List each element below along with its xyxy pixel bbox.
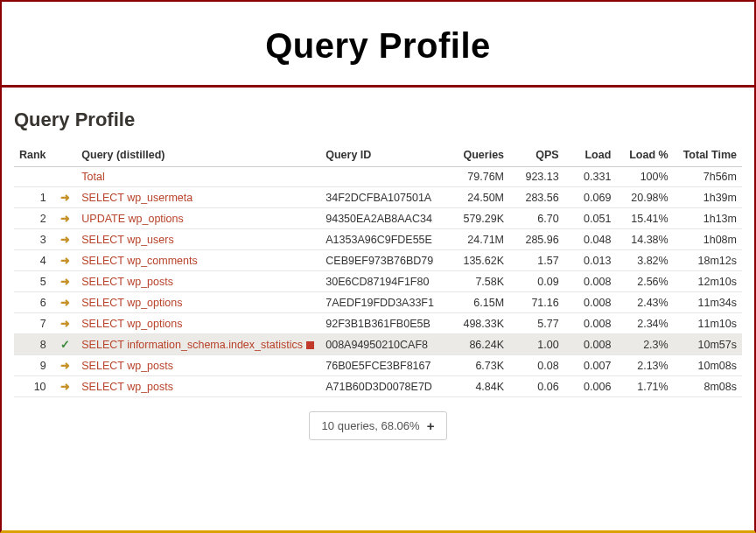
cell-query-id: 92F3B1B361FB0E5B [320, 313, 452, 334]
cell-queries: 579.29K [452, 208, 509, 229]
cell-queries: 6.15M [452, 292, 509, 313]
col-icon [55, 144, 77, 167]
cell-icon: ✓ [55, 334, 77, 355]
expand-arrow-icon[interactable]: ➜ [60, 233, 70, 246]
total-time: 7h56m [674, 167, 742, 187]
table-row[interactable]: 8✓SELECT information_schema.index_statis… [14, 334, 742, 355]
query-link[interactable]: SELECT wp_users [81, 234, 173, 246]
cell-total-time: 12m10s [674, 271, 742, 292]
cell-queries: 86.24K [452, 334, 509, 355]
cell-query-id: CEB9EF973B76BD79 [320, 250, 452, 271]
query-link[interactable]: SELECT wp_options [81, 318, 182, 330]
col-load-pct[interactable]: Load % [616, 144, 673, 167]
col-queries[interactable]: Queries [452, 144, 509, 167]
cell-rank: 5 [14, 271, 55, 292]
cell-rank: 2 [14, 208, 55, 229]
cell-total-time: 10m57s [674, 334, 742, 355]
cell-rank: 10 [14, 376, 55, 397]
col-total-time[interactable]: Total Time [674, 144, 742, 167]
cell-total-time: 10m08s [674, 355, 742, 376]
cell-query: SELECT wp_posts [76, 376, 320, 397]
total-qps: 923.13 [509, 167, 564, 187]
cell-load: 0.051 [564, 208, 617, 229]
col-qps[interactable]: QPS [509, 144, 564, 167]
cell-query-id: 30E6CD87194F1F80 [320, 271, 452, 292]
query-link[interactable]: SELECT information_schema.index_statisti… [81, 339, 303, 351]
cell-query-id: 34F2DCFBA107501A [320, 187, 452, 208]
expand-arrow-icon[interactable]: ➜ [60, 359, 70, 372]
query-link[interactable]: SELECT wp_posts [81, 381, 173, 393]
table-row[interactable]: 1➜SELECT wp_usermeta34F2DCFBA107501A24.5… [14, 187, 742, 208]
cell-load: 0.008 [564, 271, 617, 292]
total-queries: 79.76M [452, 167, 509, 187]
cell-rank: 8 [14, 334, 55, 355]
col-query-id[interactable]: Query ID [320, 144, 452, 167]
table-row[interactable]: 7➜SELECT wp_options92F3B1B361FB0E5B498.3… [14, 313, 742, 334]
cell-total-time: 1h13m [674, 208, 742, 229]
table-row[interactable]: 2➜UPDATE wp_options94350EA2AB8AAC34579.2… [14, 208, 742, 229]
query-link[interactable]: SELECT wp_usermeta [81, 192, 192, 204]
cell-query-id: 008A94950210CAF8 [320, 334, 452, 355]
query-link[interactable]: SELECT wp_posts [81, 360, 173, 372]
cell-queries: 135.62K [452, 250, 509, 271]
cell-query-id: 76B0E5FCE3BF8167 [320, 355, 452, 376]
check-icon: ✓ [60, 338, 70, 351]
col-query[interactable]: Query (distilled) [76, 144, 320, 167]
cell-icon: ➜ [55, 250, 77, 271]
content-region: Query Profile Rank Query (distilled) Que… [2, 88, 754, 530]
query-table: Rank Query (distilled) Query ID Queries … [14, 144, 742, 397]
cell-queries: 6.73K [452, 355, 509, 376]
table-row[interactable]: 4➜SELECT wp_commentsCEB9EF973B76BD79135.… [14, 250, 742, 271]
cell-icon: ➜ [55, 376, 77, 397]
cell-qps: 0.08 [509, 355, 564, 376]
expand-arrow-icon[interactable]: ➜ [60, 254, 70, 267]
cell-query: SELECT wp_comments [76, 250, 320, 271]
total-link[interactable]: Total [81, 171, 104, 183]
summary-text: 10 queries, 68.06% [322, 419, 420, 432]
expand-arrow-icon[interactable]: ➜ [60, 275, 70, 288]
cell-query-id: 94350EA2AB8AAC34 [320, 208, 452, 229]
total-load-pct: 100% [616, 167, 673, 187]
cell-qps: 283.56 [509, 187, 564, 208]
table-row[interactable]: 5➜SELECT wp_posts30E6CD87194F1F807.58K0.… [14, 271, 742, 292]
cell-queries: 498.33K [452, 313, 509, 334]
table-row[interactable]: 9➜SELECT wp_posts76B0E5FCE3BF81676.73K0.… [14, 355, 742, 376]
cell-load: 0.013 [564, 250, 617, 271]
cell-query: SELECT information_schema.index_statisti… [76, 334, 320, 355]
query-link[interactable]: SELECT wp_comments [81, 255, 197, 267]
table-row[interactable]: 10➜SELECT wp_postsA71B60D3D0078E7D4.84K0… [14, 376, 742, 397]
table-header-row: Rank Query (distilled) Query ID Queries … [14, 144, 742, 167]
cell-load-pct: 3.82% [616, 250, 673, 271]
query-link[interactable]: SELECT wp_options [81, 297, 182, 309]
query-link[interactable]: SELECT wp_posts [81, 276, 173, 288]
cell-icon: ➜ [55, 292, 77, 313]
total-load: 0.331 [564, 167, 617, 187]
cell-total-time: 1h08m [674, 229, 742, 250]
cell-rank: 3 [14, 229, 55, 250]
cell-icon: ➜ [55, 271, 77, 292]
expand-arrow-icon[interactable]: ➜ [60, 380, 70, 393]
expand-arrow-icon[interactable]: ➜ [60, 212, 70, 225]
cell-qps: 1.57 [509, 250, 564, 271]
section-title: Query Profile [14, 109, 742, 131]
cell-total-time: 18m12s [674, 250, 742, 271]
cell-rank: 6 [14, 292, 55, 313]
cell-query: SELECT wp_options [76, 292, 320, 313]
cell-icon: ➜ [55, 187, 77, 208]
query-link[interactable]: UPDATE wp_options [81, 213, 184, 225]
cell-rank: 9 [14, 355, 55, 376]
cell-load-pct: 2.13% [616, 355, 673, 376]
cell-load-pct: 2.43% [616, 292, 673, 313]
col-load[interactable]: Load [564, 144, 617, 167]
plus-icon[interactable]: + [427, 418, 435, 433]
cell-queries: 7.58K [452, 271, 509, 292]
col-rank[interactable]: Rank [14, 144, 55, 167]
expand-arrow-icon[interactable]: ➜ [60, 296, 70, 309]
table-row[interactable]: 3➜SELECT wp_usersA1353A96C9FDE55E24.71M2… [14, 229, 742, 250]
cell-load-pct: 2.3% [616, 334, 673, 355]
expand-arrow-icon[interactable]: ➜ [60, 191, 70, 204]
table-row[interactable]: 6➜SELECT wp_options7AEDF19FDD3A33F16.15M… [14, 292, 742, 313]
cell-load: 0.069 [564, 187, 617, 208]
expand-arrow-icon[interactable]: ➜ [60, 317, 70, 330]
cell-load-pct: 14.38% [616, 229, 673, 250]
